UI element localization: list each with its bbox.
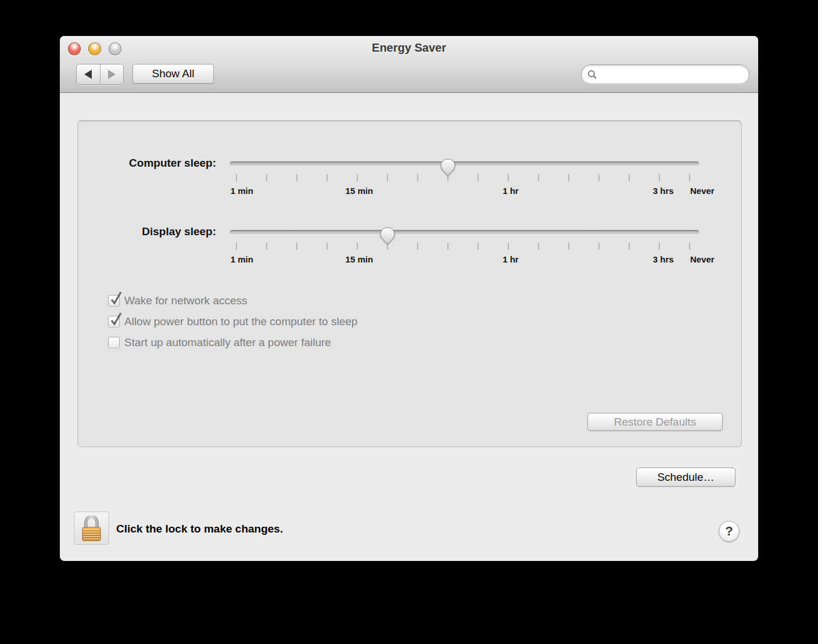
tick-mark (598, 174, 600, 181)
forward-button[interactable] (100, 64, 124, 84)
back-forward-control (76, 64, 124, 85)
search-input[interactable] (601, 64, 743, 84)
tick-mark (296, 174, 297, 181)
lock-message: Click the lock to make changes. (116, 523, 283, 535)
tick-label: 3 hrs (653, 186, 674, 196)
tick-mark (659, 174, 660, 181)
tick-mark (327, 174, 328, 181)
checkbox-label: Allow power button to put the computer t… (124, 315, 357, 328)
window-title: Energy Saver (60, 41, 758, 55)
tick-mark (568, 243, 569, 250)
computer-sleep-label: Computer sleep: (78, 157, 216, 170)
tick-mark (236, 243, 237, 250)
tick-mark (417, 243, 418, 250)
checkbox-box[interactable] (108, 337, 120, 348)
search-icon (587, 70, 597, 80)
tick-label: 1 hr (503, 186, 519, 196)
show-all-label: Show All (152, 67, 195, 80)
tick-label-row: 1 min15 min1 hr3 hrsNever (236, 254, 690, 267)
checkbox-label: Start up automatically after a power fai… (124, 336, 331, 349)
tick-mark (447, 174, 449, 181)
tick-mark (538, 174, 539, 181)
checkbox-allow-power-button-sleep[interactable]: Allow power button to put the computer t… (108, 315, 357, 329)
tick-mark (296, 243, 297, 250)
tick-mark (538, 243, 539, 250)
schedule-button[interactable]: Schedule… (636, 467, 736, 487)
back-icon (84, 70, 92, 79)
checkmark-icon (109, 311, 123, 328)
tick-mark (266, 174, 267, 181)
tick-label: 15 min (346, 254, 374, 264)
tick-mark (689, 174, 690, 181)
tick-label: 1 min (231, 186, 253, 196)
tick-row (236, 243, 690, 250)
help-icon: ? (725, 524, 733, 539)
tick-label: 3 hrs (653, 254, 674, 264)
help-button[interactable]: ? (719, 521, 740, 542)
tick-mark (568, 174, 569, 181)
schedule-label: Schedule… (657, 471, 714, 484)
forward-icon (108, 70, 116, 79)
tick-mark (447, 243, 449, 250)
restore-defaults-label: Restore Defaults (614, 416, 697, 429)
restore-defaults-button[interactable]: Restore Defaults (587, 413, 723, 431)
tick-mark (266, 243, 267, 250)
tick-mark (478, 243, 479, 250)
tick-mark (357, 174, 358, 181)
checkbox-box[interactable] (108, 316, 120, 328)
checkbox-wake-for-network-access[interactable]: Wake for network access (108, 294, 247, 308)
checkbox-box[interactable] (108, 295, 120, 307)
tick-mark (417, 174, 418, 181)
tick-mark (387, 243, 388, 250)
checkbox-label: Wake for network access (124, 294, 247, 307)
tick-label: Never (690, 254, 715, 264)
tick-mark (327, 243, 328, 250)
tick-mark (508, 243, 509, 250)
tick-label: 15 min (346, 186, 374, 196)
tick-mark (659, 243, 660, 250)
tick-mark (629, 243, 630, 250)
tick-label: Never (690, 186, 715, 196)
tick-label: 1 min (231, 254, 253, 264)
tick-row (236, 174, 690, 182)
lock-icon (78, 515, 105, 542)
search-field[interactable] (581, 64, 749, 84)
settings-panel: Computer sleep: 1 min15 min1 hr3 hrsNeve… (77, 120, 742, 447)
slider-track[interactable] (230, 161, 699, 166)
show-all-button[interactable]: Show All (132, 64, 214, 84)
tick-mark (508, 174, 509, 181)
energy-saver-window: Energy Saver Show All Computer sleep: (60, 36, 758, 561)
slider-track[interactable] (230, 230, 699, 235)
checkbox-startup-after-power-failure[interactable]: Start up automatically after a power fai… (108, 336, 331, 350)
tick-label-row: 1 min15 min1 hr3 hrsNever (236, 186, 690, 199)
tick-label: 1 hr (503, 254, 519, 264)
checkmark-icon (109, 290, 123, 307)
tick-mark (598, 243, 600, 250)
display-sleep-label: Display sleep: (78, 225, 216, 238)
title-bar: Energy Saver Show All (60, 36, 758, 93)
tick-mark (387, 174, 388, 181)
tick-mark (689, 243, 690, 250)
tick-mark (478, 174, 479, 181)
tick-mark (629, 174, 630, 181)
lock-button[interactable] (74, 512, 109, 545)
tick-mark (236, 174, 237, 181)
tick-mark (357, 243, 358, 250)
back-button[interactable] (77, 64, 100, 84)
desktop: { "window": { "title": "Energy Saver", "… (0, 0, 818, 644)
